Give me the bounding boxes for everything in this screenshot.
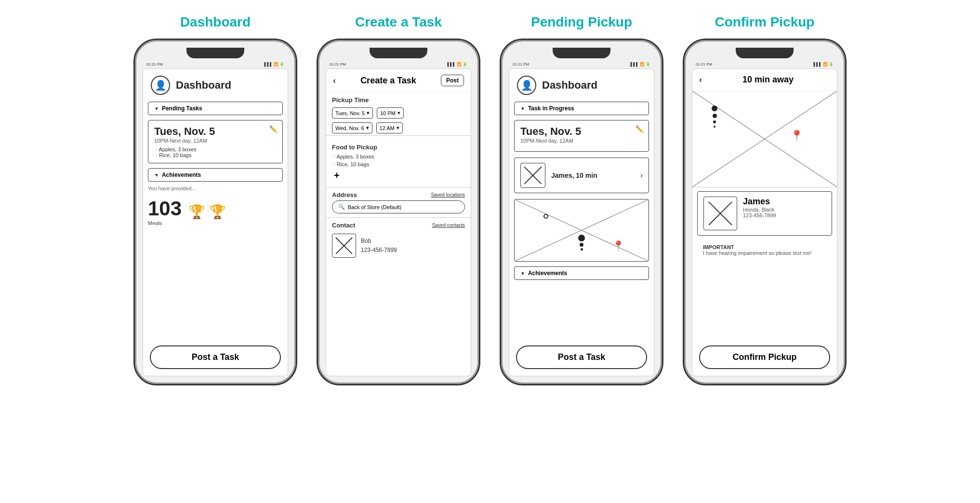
create-task-screen: ‹ Create a Task Post Pickup Time Tues, N…	[326, 68, 471, 376]
time-3: 01:21 PM	[513, 62, 529, 66]
dropdown-arrow-3: ▼	[520, 106, 525, 111]
date-select-2[interactable]: Wed, Nov. 6 ▾	[332, 122, 372, 133]
map-x-svg	[515, 199, 649, 261]
datetime-row-2: Wed, Nov. 6 ▾ 12 AM ▾	[326, 120, 471, 135]
map-dot-medium	[580, 243, 583, 247]
driver-details: James Honda, Black 123-456-7899	[743, 197, 826, 230]
map-pin-icon: 📍	[612, 240, 624, 252]
map-dot-large	[578, 235, 585, 241]
achievements-dropdown[interactable]: ▼ Achievements	[148, 168, 283, 182]
dashboard-screen: 👤 Dashboard ▼ Pending Tasks Tues, Nov. 5…	[143, 68, 288, 376]
time-select-1[interactable]: 10 PM ▾	[377, 107, 404, 119]
time-select-2[interactable]: 12 AM ▾	[376, 122, 403, 133]
achievements-label-pending: Achievements	[528, 270, 567, 277]
saved-contacts-link[interactable]: Saved contacts	[432, 223, 465, 228]
pending-map: 📍	[514, 199, 649, 262]
dropdown-arrow-1: ▼	[154, 106, 159, 111]
important-note: IMPORTANT I have hearing impairement so …	[697, 241, 832, 259]
food-label: Food to Pickup	[326, 140, 471, 153]
confirm-driver-photo	[703, 197, 737, 230]
back-arrow[interactable]: ‹	[333, 76, 336, 86]
screens-container: Dashboard 01:21 PM ▌▌▌ 📶 🔋 👤 Dashboard ▼…	[133, 14, 847, 385]
contact-info: Bob 123-456-7899	[361, 237, 397, 255]
confirm-pickup-phone: 01:21 PM ▌▌▌ 📶 🔋 ‹ 10 min away	[683, 39, 847, 385]
in-progress-label: Task in Progress	[528, 105, 574, 112]
create-task-title: Create a Task	[340, 76, 437, 86]
contact-photo	[332, 234, 356, 258]
phone-notch-2	[370, 48, 427, 58]
status-bar-4: 01:21 PM ▌▌▌ 📶 🔋	[692, 61, 837, 68]
status-bar-3: 01:21 PM ▌▌▌ 📶 🔋	[509, 61, 654, 68]
achievements-dropdown-pending[interactable]: ▼ Achievements	[514, 266, 649, 280]
food-section: Food to Pickup · Apples, 3 boxes · Rice,…	[326, 135, 471, 187]
create-task-phone: 01:21 PM ▌▌▌ 📶 🔋 ‹ Create a Task Post Pi…	[317, 39, 480, 385]
food-item-1: · Apples, 3 boxes	[326, 153, 471, 160]
dashboard-wrapper: Dashboard 01:21 PM ▌▌▌ 📶 🔋 👤 Dashboard ▼…	[133, 14, 297, 385]
date-select-1[interactable]: Tues, Nov. 5 ▾	[332, 107, 373, 119]
dropdown-arrow-4: ▼	[520, 271, 525, 276]
time-2: 01:21 PM	[330, 62, 346, 66]
confirm-dot-2	[713, 114, 717, 118]
edit-icon-1[interactable]: ✏️	[269, 125, 278, 133]
post-btn[interactable]: Post	[441, 75, 464, 86]
driver-row[interactable]: James, 10 min ›	[514, 158, 649, 193]
confirm-driver-phone: 123-456-7899	[743, 212, 826, 218]
status-bar-2: 01:21 PM ▌▌▌ 📶 🔋	[326, 61, 471, 68]
status-bar-1: 01:21 PM ▌▌▌ 📶 🔋	[143, 61, 288, 68]
phone-notch-1	[186, 48, 244, 58]
map-dot-open	[543, 214, 548, 219]
time-4: 01:21 PM	[696, 62, 712, 66]
pending-tasks-label: Pending Tasks	[162, 105, 202, 112]
confirm-pickup-button[interactable]: Confirm Pickup	[699, 345, 830, 369]
trophy-icon-1: 🏆	[188, 204, 205, 220]
signal-icons-3: ▌▌▌ 📶 🔋	[631, 62, 650, 66]
task-date-1: Tues, Nov. 5	[154, 125, 277, 138]
post-task-button-1[interactable]: Post a Task	[150, 345, 281, 369]
confirm-driver-photo-x	[704, 197, 737, 230]
edit-icon-pending[interactable]: ✏️	[636, 125, 644, 133]
task-date-pending: Tues, Nov. 5	[520, 125, 643, 138]
confirm-driver-name: James	[743, 197, 826, 207]
signal-icons-2: ▌▌▌ 📶 🔋	[448, 62, 467, 66]
address-value: Back of Store (Default)	[348, 204, 401, 210]
confirm-map: 📍	[692, 91, 837, 187]
saved-locations-link[interactable]: Saved locations	[431, 192, 465, 198]
create-task-header: ‹ Create a Task Post	[326, 69, 471, 93]
trophy-icon-2: 🏆	[209, 204, 226, 220]
signal-icons-4: ▌▌▌ 📶 🔋	[814, 62, 834, 66]
dashboard-title: Dashboard	[176, 79, 231, 92]
achievements-row: 103 Meals 🏆 🏆	[143, 195, 288, 231]
photo-placeholder	[332, 234, 356, 257]
confirm-pickup-screen-title: Confirm Pickup	[715, 14, 815, 30]
confirm-pickup-screen: ‹ 10 min away 📍	[692, 68, 837, 376]
pending-tasks-dropdown[interactable]: ▼ Pending Tasks	[148, 102, 283, 115]
search-icon: 🔍	[338, 204, 345, 210]
address-header: Address Saved locations	[326, 191, 471, 200]
pending-pickup-phone: 01:21 PM ▌▌▌ 📶 🔋 👤 Dashboard ▼ Task in P…	[500, 39, 663, 385]
avatar: 👤	[151, 76, 170, 95]
food-item-2: · Rice, 10 bags	[326, 160, 471, 168]
achievements-label: Achievements	[162, 172, 201, 178]
contact-label: Contact	[332, 222, 355, 229]
contact-row: Bob 123-456-7899	[326, 232, 471, 260]
in-progress-dropdown[interactable]: ▼ Task in Progress	[514, 102, 649, 115]
task-card-1: Tues, Nov. 5 ✏️ 10PM-Next day, 12AM · Ap…	[148, 120, 283, 163]
driver-photo	[520, 163, 545, 188]
phone-notch-3	[553, 48, 610, 58]
pending-pickup-screen: 👤 Dashboard ▼ Task in Progress Tues, Nov…	[509, 68, 654, 376]
address-section: Address Saved locations 🔍 Back of Store …	[326, 187, 471, 217]
datetime-row-1: Tues, Nov. 5 ▾ 10 PM ▾	[326, 106, 471, 120]
meals-count: 103	[148, 197, 182, 220]
pending-pickup-screen-title: Pending Pickup	[531, 14, 632, 30]
trophy-icons: 🏆 🏆	[188, 204, 226, 220]
pending-header: 👤 Dashboard	[509, 69, 654, 100]
address-input[interactable]: 🔍 Back of Store (Default)	[332, 200, 465, 213]
dashboard-screen-title: Dashboard	[180, 14, 251, 30]
confirm-back-arrow[interactable]: ‹	[699, 75, 702, 85]
post-task-button-pending[interactable]: Post a Task	[516, 345, 647, 369]
pending-avatar: 👤	[517, 76, 536, 95]
confirm-driver-card: James Honda, Black 123-456-7899	[697, 191, 832, 236]
add-food-button[interactable]: +	[326, 168, 471, 183]
confirm-dot-4	[714, 126, 715, 128]
pending-title: Dashboard	[542, 79, 597, 92]
